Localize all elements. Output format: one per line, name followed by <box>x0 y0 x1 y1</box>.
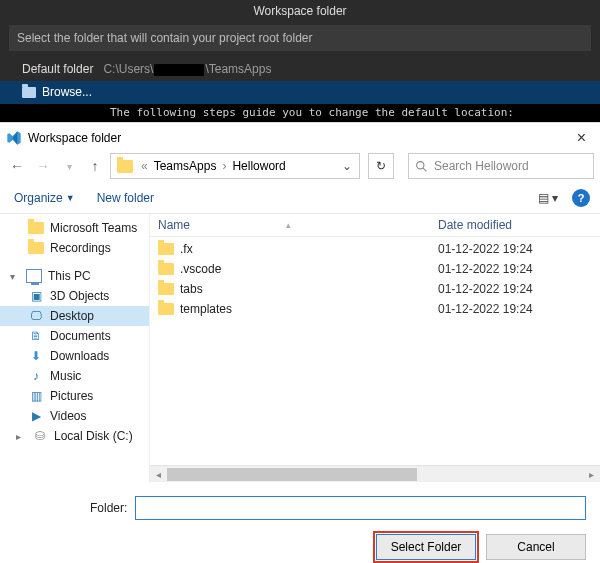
quickpick-default-folder[interactable]: Default folder C:\Users\\TeamsApps <box>0 58 600 81</box>
list-item[interactable]: tabs01-12-2022 19:24 <box>150 279 600 299</box>
vscode-quickpick: Workspace folder Select the folder that … <box>0 0 600 104</box>
folder-open-icon <box>22 87 36 98</box>
dialog-titlebar: Workspace folder × <box>0 123 600 151</box>
downloads-icon: ⬇ <box>28 349 44 363</box>
list-item[interactable]: templates01-12-2022 19:24 <box>150 299 600 319</box>
scroll-right-button[interactable]: ▸ <box>583 466 600 483</box>
vscode-icon <box>6 130 22 146</box>
folder-icon <box>158 243 174 255</box>
dialog-footer: Folder: Select Folder Cancel <box>0 482 600 563</box>
up-button[interactable]: ↑ <box>84 155 106 177</box>
file-list: Name▴ Date modified .fx01-12-2022 19:24 … <box>150 214 600 482</box>
tree-item[interactable]: Microsoft Teams <box>0 218 149 238</box>
organize-menu[interactable]: Organize▼ <box>14 191 75 205</box>
svg-line-1 <box>423 168 426 171</box>
select-folder-button[interactable]: Select Folder <box>376 534 476 560</box>
nav-tree[interactable]: Microsoft Teams Recordings ▾This PC ▣3D … <box>0 214 150 482</box>
folder-icon <box>158 283 174 295</box>
new-folder-button[interactable]: New folder <box>97 191 154 205</box>
search-input[interactable]: Search Helloword <box>408 153 594 179</box>
recent-dropdown[interactable]: ▾ <box>58 155 80 177</box>
chevron-down-icon[interactable]: ⌄ <box>337 159 357 173</box>
dialog-title: Workspace folder <box>28 131 121 145</box>
tree-item[interactable]: 🗎Documents <box>0 326 149 346</box>
terminal-hint: The following steps guide you to change … <box>0 104 600 122</box>
tree-item[interactable]: ▥Pictures <box>0 386 149 406</box>
folder-icon <box>158 303 174 315</box>
file-dialog: Workspace folder × ← → ▾ ↑ « TeamsApps ›… <box>0 122 600 563</box>
close-button[interactable]: × <box>571 129 592 147</box>
objects3d-icon: ▣ <box>28 289 44 303</box>
dialog-navbar: ← → ▾ ↑ « TeamsApps › Helloword ⌄ ↻ Sear… <box>0 151 600 185</box>
forward-button[interactable]: → <box>32 155 54 177</box>
list-item[interactable]: .fx01-12-2022 19:24 <box>150 239 600 259</box>
search-icon <box>415 160 428 173</box>
tree-item-desktop[interactable]: 🖵Desktop <box>0 306 149 326</box>
desktop-icon: 🖵 <box>28 309 44 323</box>
folder-icon <box>28 222 44 234</box>
quickpick-prompt[interactable]: Select the folder that will contain your… <box>8 24 592 52</box>
folder-icon <box>158 263 174 275</box>
breadcrumb-item[interactable]: Helloword <box>230 159 287 173</box>
tree-item[interactable]: ⬇Downloads <box>0 346 149 366</box>
list-header[interactable]: Name▴ Date modified <box>150 214 600 237</box>
refresh-button[interactable]: ↻ <box>368 153 394 179</box>
breadcrumb-item[interactable]: TeamsApps <box>152 159 219 173</box>
dialog-toolbar: Organize▼ New folder ▤ ▾ ? <box>0 185 600 214</box>
music-icon: ♪ <box>28 369 44 383</box>
redacted-username <box>154 64 204 76</box>
tree-item[interactable]: Recordings <box>0 238 149 258</box>
folder-label: Folder: <box>90 501 127 515</box>
back-button[interactable]: ← <box>6 155 28 177</box>
default-folder-label: Default folder <box>22 62 93 76</box>
folder-input[interactable] <box>135 496 586 520</box>
folder-icon <box>28 242 44 254</box>
help-button[interactable]: ? <box>572 189 590 207</box>
cancel-button[interactable]: Cancel <box>486 534 586 560</box>
view-options[interactable]: ▤ ▾ <box>538 191 558 205</box>
tree-item[interactable]: ▣3D Objects <box>0 286 149 306</box>
documents-icon: 🗎 <box>28 329 44 343</box>
tree-item[interactable]: ▸⛁Local Disk (C:) <box>0 426 149 446</box>
address-bar[interactable]: « TeamsApps › Helloword ⌄ <box>110 153 360 179</box>
tree-item[interactable]: ♪Music <box>0 366 149 386</box>
folder-icon <box>117 160 133 173</box>
horizontal-scrollbar[interactable]: ◂ ▸ <box>150 465 600 482</box>
disk-icon: ⛁ <box>32 429 48 443</box>
quickpick-title: Workspace folder <box>0 0 600 24</box>
tree-this-pc[interactable]: ▾This PC <box>0 266 149 286</box>
pc-icon <box>26 269 42 283</box>
scrollbar-thumb[interactable] <box>167 468 417 481</box>
tree-item[interactable]: ▶Videos <box>0 406 149 426</box>
list-item[interactable]: .vscode01-12-2022 19:24 <box>150 259 600 279</box>
quickpick-browse[interactable]: Browse... <box>0 81 600 104</box>
videos-icon: ▶ <box>28 409 44 423</box>
pictures-icon: ▥ <box>28 389 44 403</box>
browse-label: Browse... <box>42 85 92 99</box>
list-body[interactable]: .fx01-12-2022 19:24 .vscode01-12-2022 19… <box>150 237 600 465</box>
scroll-left-button[interactable]: ◂ <box>150 466 167 483</box>
svg-point-0 <box>417 161 424 168</box>
sort-indicator: ▴ <box>286 220 291 230</box>
